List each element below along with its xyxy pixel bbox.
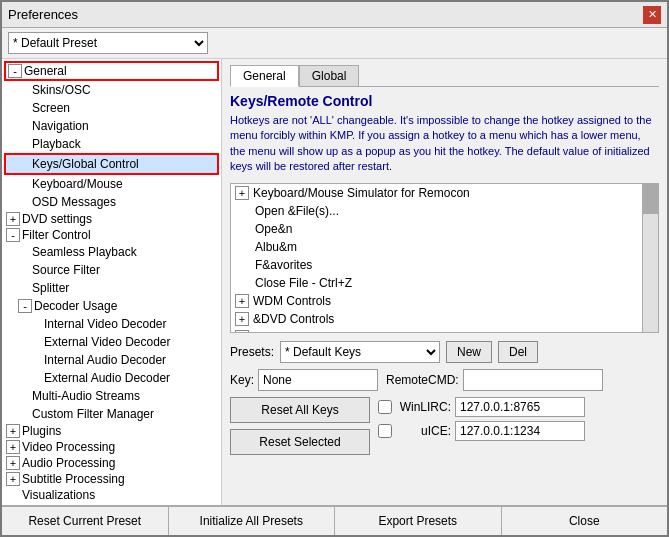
list-item-keyboard-sim[interactable]: + Keyboard/Mouse Simulator for Remocon [231,184,658,202]
main-content: - General Skins/OSC Screen Navigation Pl… [2,59,667,505]
item-label: Open &File(s)... [255,204,339,218]
sidebar-item-visualizations[interactable]: Visualizations [4,487,219,503]
expand-icon-keyboard-sim: + [235,186,249,200]
general-group-outline: - General [4,61,219,81]
del-button[interactable]: Del [498,341,538,363]
sidebar-item-video-processing[interactable]: + Video Processing [4,439,219,455]
sidebar-item-screen[interactable]: Screen [4,99,219,117]
expand-icon-dvd: + [6,212,20,226]
item-label: Keyboard/Mouse Simulator for Remocon [253,186,470,200]
reset-selected-button[interactable]: Reset Selected [230,429,370,455]
sidebar-item-label-decoder: Decoder Usage [34,299,117,313]
expand-icon-winamp: + [235,330,249,333]
sidebar-item-custom-filter[interactable]: Custom Filter Manager [4,405,219,423]
reset-current-preset-button[interactable]: Reset Current Preset [2,507,169,535]
keys-list[interactable]: + Keyboard/Mouse Simulator for Remocon O… [230,183,659,333]
list-item-album[interactable]: Albu&m [231,238,658,256]
preset-select[interactable]: * Default Preset [8,32,208,54]
sidebar-item-label-filter: Filter Control [22,228,91,242]
expand-icon-video: + [6,440,20,454]
list-item-favorites[interactable]: F&avorites [231,256,658,274]
presets-combo[interactable]: * Default Keys [280,341,440,363]
buttons-remote-area: Reset All Keys Reset Selected WinLIRC: u… [230,397,659,455]
sidebar-item-filter-control[interactable]: - Filter Control [4,227,219,243]
initialize-all-presets-button[interactable]: Initialize All Presets [169,507,336,535]
sidebar-item-keyboard-mouse[interactable]: Keyboard/Mouse [4,175,219,193]
left-buttons: Reset All Keys Reset Selected [230,397,370,455]
scrollbar-thumb[interactable] [643,184,658,214]
uice-row: uICE: [378,421,585,441]
item-label: F&avorites [255,258,312,272]
sidebar-item-int-video[interactable]: Internal Video Decoder [4,315,219,333]
sidebar-item-general[interactable]: - General [6,63,217,79]
uice-input[interactable] [455,421,585,441]
preset-row: Presets: * Default Keys New Del [230,341,659,363]
item-label: WDM Controls [253,294,331,308]
sidebar-item-label-dvd: DVD settings [22,212,92,226]
remote-cmd-label: RemoteCMD: [386,373,459,387]
key-input[interactable] [258,369,378,391]
item-label: Close File - Ctrl+Z [255,276,352,290]
tabs-row: General Global [230,65,659,87]
sidebar-item-subtitle[interactable]: + Subtitle Processing [4,471,219,487]
sidebar-item-multi-audio[interactable]: Multi-Audio Streams [4,387,219,405]
expand-icon-wdm: + [235,294,249,308]
sidebar-item-dvd-settings[interactable]: + DVD settings [4,211,219,227]
sidebar-item-label-audio: Audio Processing [22,456,115,470]
sidebar-item-label-general: General [24,64,67,78]
winlirc-row: WinLIRC: [378,397,585,417]
sidebar-item-source-filter[interactable]: Source Filter [4,261,219,279]
sidebar-item-label-subtitle: Subtitle Processing [22,472,125,486]
tab-general[interactable]: General [230,65,299,87]
sidebar-item-ext-audio[interactable]: External Audio Decoder [4,369,219,387]
close-button[interactable]: ✕ [643,6,661,24]
list-item-winamp[interactable]: + Winamp Controls [231,328,658,333]
new-button[interactable]: New [446,341,492,363]
expand-icon-filter: - [6,228,20,242]
section-title: Keys/Remote Control [230,93,659,109]
title-bar: Preferences ✕ [2,2,667,28]
sidebar-item-label-viz: Visualizations [6,488,95,502]
list-item-close-file[interactable]: Close File - Ctrl+Z [231,274,658,292]
scrollbar[interactable] [642,184,658,332]
sidebar-item-splitter[interactable]: Splitter [4,279,219,297]
window-title: Preferences [8,7,78,22]
list-item-open-file[interactable]: Open &File(s)... [231,202,658,220]
tab-global[interactable]: Global [299,65,360,86]
reset-all-keys-button[interactable]: Reset All Keys [230,397,370,423]
sidebar-item-osd-messages[interactable]: OSD Messages [4,193,219,211]
right-panel: General Global Keys/Remote Control Hotke… [222,59,667,505]
winlirc-label: WinLIRC: [396,400,451,414]
info-text: Hotkeys are not 'ALL' changeable. It's i… [230,113,659,175]
remote-cmd-section: RemoteCMD: [386,369,603,391]
sidebar-item-seamless[interactable]: Seamless Playback [4,243,219,261]
expand-icon-decoder: - [18,299,32,313]
list-item-dvd[interactable]: + &DVD Controls [231,310,658,328]
expand-icon-general: - [8,64,22,78]
sidebar-item-decoder-usage[interactable]: - Decoder Usage [4,297,219,315]
expand-icon-subtitle: + [6,472,20,486]
key-section: Key: [230,369,378,391]
sidebar-item-playback[interactable]: Playback [4,135,219,153]
sidebar-item-audio-processing[interactable]: + Audio Processing [4,455,219,471]
expand-icon-audio: + [6,456,20,470]
list-item-open[interactable]: Ope&n [231,220,658,238]
sidebar-item-label-video: Video Processing [22,440,115,454]
remote-cmd-input[interactable] [463,369,603,391]
sidebar-item-plugins[interactable]: + Plugins [4,423,219,439]
sidebar-item-ext-video[interactable]: External Video Decoder [4,333,219,351]
winlirc-checkbox[interactable] [378,400,392,414]
sidebar-item-skins-osc[interactable]: Skins/OSC [4,81,219,99]
list-item-wdm[interactable]: + WDM Controls [231,292,658,310]
expand-icon-dvd-ctrl: + [235,312,249,326]
close-bottom-button[interactable]: Close [502,507,668,535]
sidebar-item-keys-global[interactable]: Keys/Global Control [6,155,217,173]
winlirc-input[interactable] [455,397,585,417]
sidebar-item-navigation[interactable]: Navigation [4,117,219,135]
sidebar: - General Skins/OSC Screen Navigation Pl… [2,59,222,505]
item-label: Albu&m [255,240,297,254]
uice-checkbox[interactable] [378,424,392,438]
export-presets-button[interactable]: Export Presets [335,507,502,535]
sidebar-item-int-audio[interactable]: Internal Audio Decoder [4,351,219,369]
key-remote-row: Key: RemoteCMD: [230,369,659,391]
